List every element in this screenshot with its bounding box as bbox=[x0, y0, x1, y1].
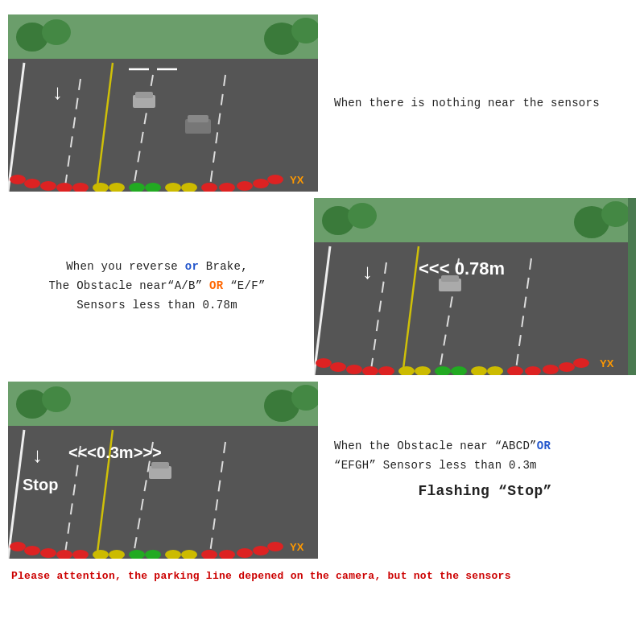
image-block-1: ↓ bbox=[8, 14, 318, 192]
svg-text:↓: ↓ bbox=[32, 443, 43, 467]
or2-label: OR bbox=[209, 279, 223, 292]
svg-rect-11 bbox=[188, 115, 208, 122]
svg-text:<<< 0.78m: <<< 0.78m bbox=[419, 258, 505, 279]
or3-label: OR bbox=[537, 440, 551, 452]
svg-point-86 bbox=[40, 548, 56, 558]
row1: ↓ bbox=[8, 14, 636, 192]
page-container: ↓ bbox=[0, 0, 644, 644]
row3: ↓ <<<0.3m>>> Stop bbox=[8, 382, 636, 559]
svg-point-34 bbox=[267, 175, 283, 184]
row3-line2: “EFGH” Sensors less than 0.3m bbox=[334, 456, 636, 476]
flashing-stop-label: Flashing “Stop” bbox=[334, 479, 636, 504]
row2-line1: When you reverse or Brake, bbox=[8, 258, 306, 277]
text-block-2: When you reverse or Brake, The Obstacle … bbox=[8, 258, 314, 315]
svg-point-85 bbox=[24, 546, 40, 555]
svg-text:Stop: Stop bbox=[23, 476, 58, 493]
text-block-3: When the Obstacle near “ABCD”OR “EFGH” S… bbox=[318, 437, 636, 503]
row1-text: When there is nothing near the sensors bbox=[334, 97, 600, 109]
svg-point-32 bbox=[237, 181, 253, 191]
svg-point-98 bbox=[253, 546, 269, 555]
row2-line2: The Obstacle near“A/B” OR “E/F” bbox=[8, 277, 306, 296]
svg-point-33 bbox=[253, 179, 269, 188]
road-svg-2: ↓ <<< 0.78m YX bbox=[314, 198, 628, 375]
svg-point-78 bbox=[42, 386, 71, 412]
row2: When you reverse or Brake, The Obstacle … bbox=[8, 198, 636, 375]
svg-point-99 bbox=[267, 542, 283, 551]
footer-text: Please attention, the parking line depen… bbox=[8, 565, 636, 582]
svg-point-46 bbox=[348, 203, 377, 229]
svg-point-65 bbox=[559, 362, 575, 372]
svg-point-97 bbox=[237, 548, 253, 558]
row2-line3: Sensors less than 0.78m bbox=[8, 296, 306, 316]
svg-point-52 bbox=[330, 362, 346, 372]
svg-point-66 bbox=[573, 358, 589, 368]
svg-point-19 bbox=[10, 175, 26, 184]
image-block-2: ↓ <<< 0.78m YX bbox=[314, 198, 636, 375]
svg-text:↓: ↓ bbox=[362, 259, 373, 283]
svg-marker-2 bbox=[8, 59, 318, 192]
svg-rect-76 bbox=[151, 462, 169, 469]
svg-point-20 bbox=[24, 179, 40, 188]
svg-point-64 bbox=[543, 365, 559, 374]
image-block-3: ↓ <<<0.3m>>> Stop bbox=[8, 382, 318, 559]
svg-text:<<<0.3m>>>: <<<0.3m>>> bbox=[68, 444, 162, 461]
or1-label: or bbox=[185, 260, 199, 273]
svg-point-13 bbox=[42, 19, 71, 45]
text-block-1: When there is nothing near the sensors bbox=[318, 95, 636, 112]
svg-point-51 bbox=[316, 358, 332, 368]
svg-text:YX: YX bbox=[600, 357, 614, 369]
svg-text:↓: ↓ bbox=[52, 80, 63, 104]
svg-text:YX: YX bbox=[290, 541, 304, 553]
svg-text:YX: YX bbox=[290, 174, 304, 186]
svg-rect-9 bbox=[135, 92, 153, 98]
road-svg-1: ↓ bbox=[8, 14, 318, 192]
svg-point-84 bbox=[10, 542, 26, 551]
road-svg-3: ↓ <<<0.3m>>> Stop bbox=[8, 382, 318, 559]
svg-point-53 bbox=[346, 365, 362, 374]
svg-point-21 bbox=[40, 181, 56, 191]
row3-line1: When the Obstacle near “ABCD”OR bbox=[334, 437, 636, 456]
